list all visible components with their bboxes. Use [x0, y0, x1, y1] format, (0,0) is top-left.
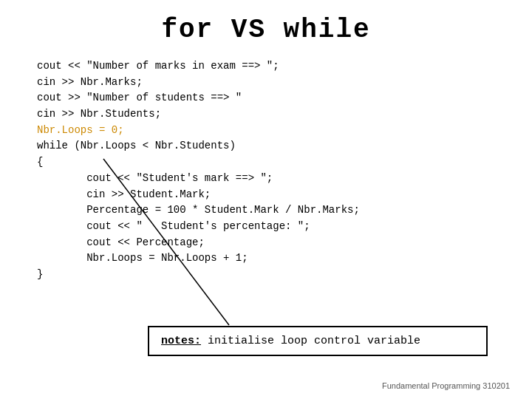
- slide-title: for VS while: [30, 15, 502, 45]
- notes-text: initialise loop control variable: [201, 335, 420, 347]
- code-line-10: Percentage = 100 * Student.Mark / Nbr.Ma…: [37, 202, 502, 219]
- code-line-4: cin >> Nbr.Students;: [37, 106, 502, 123]
- code-line-1: cout << "Number of marks in exam ==> ";: [37, 58, 502, 75]
- notes-box: notes: initialise loop control variable: [148, 326, 488, 356]
- code-line-13: Nbr.Loops = Nbr.Loops + 1;: [37, 250, 502, 267]
- code-line-12: cout << Percentage;: [37, 235, 502, 251]
- code-line-3: cout >> "Number of students ==> ": [37, 90, 502, 106]
- code-line-9: cin >> Student.Mark;: [37, 187, 502, 203]
- notes-label: notes:: [161, 335, 201, 347]
- slide-container: for VS while cout << "Number of marks in…: [0, 0, 532, 399]
- code-line-11: cout << " Student's percentage: ";: [37, 219, 502, 235]
- code-line-14: }: [37, 267, 502, 283]
- code-line-8: cout << "Student's mark ==> ";: [37, 171, 502, 187]
- code-line-2: cin >> Nbr.Marks;: [37, 75, 502, 91]
- code-line-6: while (Nbr.Loops < Nbr.Students): [37, 138, 502, 154]
- code-line-7: {: [37, 154, 502, 171]
- code-block: cout << "Number of marks in exam ==> "; …: [37, 58, 502, 283]
- footer-text: Fundamental Programming 310201: [382, 381, 510, 390]
- code-line-5: Nbr.Loops = 0;: [37, 123, 502, 139]
